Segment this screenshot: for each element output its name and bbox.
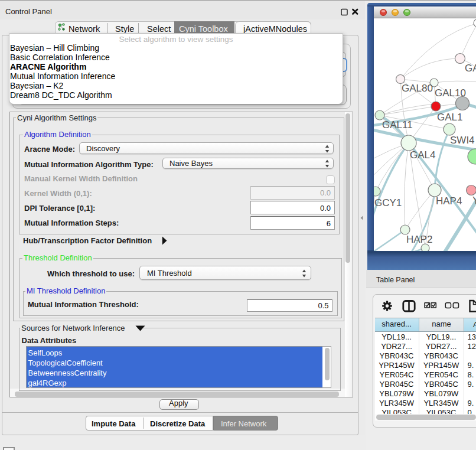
svg-text:GCY1: GCY1 [374, 197, 402, 208]
svg-text:GAL7: GAL7 [465, 63, 476, 74]
svg-text:GAL80: GAL80 [402, 83, 433, 94]
svg-text:GAL4: GAL4 [410, 149, 435, 161]
svg-text:SWI4: SWI4 [450, 135, 475, 146]
svg-text:HAP4: HAP4 [436, 195, 462, 207]
svg-text:Y: Y [472, 195, 476, 206]
svg-text:GAL10: GAL10 [435, 87, 466, 99]
svg-text:HAP2: HAP2 [406, 234, 432, 245]
svg-text:GAL1: GAL1 [437, 112, 462, 123]
svg-text:GAL11: GAL11 [382, 119, 413, 131]
